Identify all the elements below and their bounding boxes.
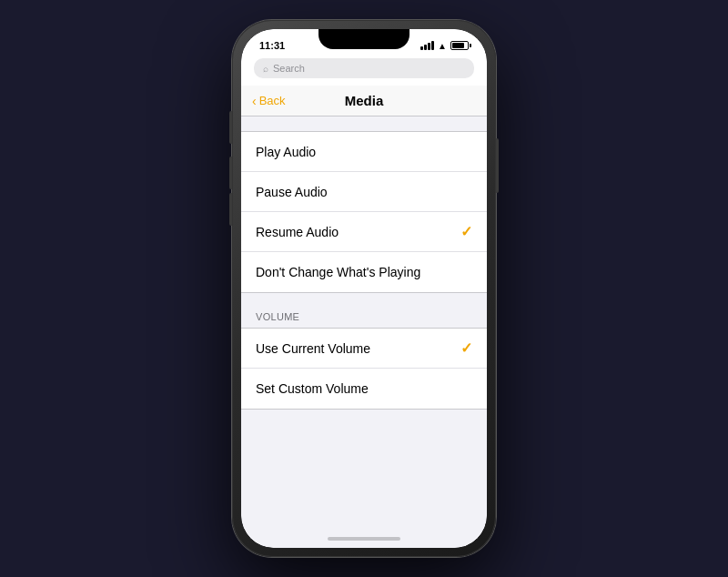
- back-label: Back: [259, 94, 286, 107]
- checkmark-icon: ✓: [460, 223, 472, 240]
- list-item[interactable]: Pause Audio: [241, 172, 487, 212]
- screen: 11:31 ▲ ⌕ Search: [241, 29, 487, 548]
- list-item[interactable]: Resume Audio ✓: [241, 212, 487, 252]
- back-chevron-icon: ‹: [252, 94, 257, 108]
- page-title: Media: [345, 93, 384, 108]
- pause-audio-label: Pause Audio: [256, 185, 328, 199]
- battery-icon: [450, 41, 469, 50]
- status-icons: ▲: [420, 41, 469, 51]
- wifi-icon: ▲: [438, 41, 447, 51]
- nav-bar: ‹ Back Media: [241, 86, 487, 116]
- set-custom-volume-label: Set Custom Volume: [256, 381, 369, 396]
- phone-frame: 11:31 ▲ ⌕ Search: [232, 20, 496, 557]
- home-indicator: [241, 530, 487, 548]
- checkmark-icon: ✓: [460, 339, 472, 357]
- back-button[interactable]: ‹ Back: [252, 94, 286, 108]
- volume-section: VOLUME Use Current Volume ✓ Set Custom V…: [241, 311, 487, 410]
- home-bar: [328, 537, 400, 541]
- content-area: Play Audio Pause Audio Resume Audio ✓ Do…: [241, 116, 487, 530]
- play-audio-label: Play Audio: [256, 145, 316, 159]
- list-item[interactable]: Play Audio: [241, 132, 487, 172]
- search-bar[interactable]: ⌕ Search: [254, 58, 474, 78]
- list-item[interactable]: Set Custom Volume: [241, 369, 487, 409]
- audio-list-group: Play Audio Pause Audio Resume Audio ✓ Do…: [241, 131, 487, 293]
- list-item[interactable]: Don't Change What's Playing: [241, 252, 487, 292]
- search-placeholder-text: Search: [273, 63, 305, 74]
- audio-section: Play Audio Pause Audio Resume Audio ✓ Do…: [241, 131, 487, 293]
- signal-icon: [420, 41, 434, 50]
- notch: [318, 29, 410, 49]
- time-display: 11:31: [259, 40, 285, 51]
- search-bar-container: ⌕ Search: [241, 55, 487, 86]
- dont-change-label: Don't Change What's Playing: [256, 265, 420, 279]
- search-icon: ⌕: [263, 64, 268, 74]
- volume-section-header: VOLUME: [241, 311, 487, 328]
- volume-list-group: Use Current Volume ✓ Set Custom Volume: [241, 328, 487, 410]
- phone-inner: 11:31 ▲ ⌕ Search: [241, 29, 487, 548]
- list-item[interactable]: Use Current Volume ✓: [241, 329, 487, 369]
- resume-audio-label: Resume Audio: [256, 225, 339, 239]
- use-current-volume-label: Use Current Volume: [256, 341, 370, 356]
